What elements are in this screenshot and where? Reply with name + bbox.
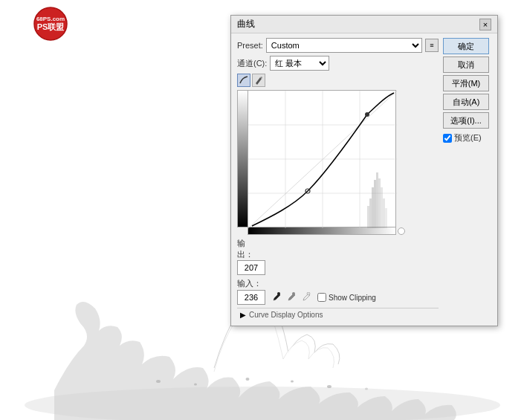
dialog-body: Preset: Custom ≡ 通道(C): 红 最本 <box>231 33 497 326</box>
expand-circle[interactable] <box>398 227 405 235</box>
dialog-right-panel: 确定 取消 平滑(M) 自动(A) 选项(I)... 预览(E) <box>443 38 491 321</box>
eyedropper-row <box>270 291 313 304</box>
svg-point-27 <box>365 112 369 117</box>
svg-point-7 <box>291 381 294 383</box>
preset-row: Preset: Custom ≡ <box>237 38 439 53</box>
input-value-input[interactable] <box>237 290 265 305</box>
input-controls-row: Show Clipping <box>237 290 439 305</box>
logo-icon: 68PS.com PS联盟 <box>33 6 68 42</box>
expand-circle-area <box>396 227 407 235</box>
svg-rect-18 <box>369 198 372 228</box>
curve-options-toggle[interactable]: ▶ <box>240 311 246 319</box>
logo-area: 68PS.com PS联盟 <box>6 6 95 47</box>
tools-row <box>237 74 439 87</box>
cancel-button[interactable]: 取消 <box>443 56 489 73</box>
curve-options-row: ▶ Curve Display Options <box>237 308 439 321</box>
channel-row: 通道(C): 红 最本 <box>237 56 439 71</box>
auto-button[interactable]: 自动(A) <box>443 94 489 110</box>
output-row: 输出： <box>237 238 439 260</box>
svg-point-8 <box>327 385 331 388</box>
preview-checkbox[interactable] <box>443 134 452 143</box>
curve-area <box>237 90 439 227</box>
preset-settings-button[interactable]: ≡ <box>425 39 439 52</box>
output-value-row <box>237 260 439 277</box>
svg-rect-21 <box>376 172 378 228</box>
black-eyedropper-button[interactable] <box>270 291 283 304</box>
curve-canvas-container[interactable] <box>248 90 396 227</box>
output-value-input[interactable] <box>237 260 265 275</box>
svg-point-5 <box>194 384 197 386</box>
svg-rect-20 <box>374 180 376 228</box>
bottom-gradient-area <box>248 227 439 235</box>
output-label: 输出： <box>237 238 261 260</box>
svg-point-29 <box>292 292 295 295</box>
dialog-left-panel: Preset: Custom ≡ 通道(C): 红 最本 <box>237 38 439 321</box>
curves-dialog: 曲线 × Preset: Custom ≡ 通道(C): 红 最本 <box>230 15 498 326</box>
svg-rect-25 <box>385 208 387 228</box>
svg-point-6 <box>245 378 249 381</box>
input-section: 输入： <box>237 278 439 305</box>
preview-checkbox-row: 预览(E) <box>443 132 491 143</box>
svg-text:68PS.com: 68PS.com <box>36 16 65 22</box>
svg-rect-24 <box>383 198 385 228</box>
preset-select[interactable]: Custom <box>266 38 422 53</box>
pencil-tool-button[interactable] <box>252 74 265 87</box>
svg-point-28 <box>277 292 280 295</box>
options-button[interactable]: 选项(I)... <box>443 112 489 129</box>
close-button[interactable]: × <box>479 19 491 30</box>
svg-rect-22 <box>378 178 381 228</box>
svg-rect-23 <box>381 187 383 228</box>
show-clipping-checkbox[interactable] <box>317 293 326 302</box>
curve-options-label: Curve Display Options <box>249 311 323 319</box>
svg-point-9 <box>365 388 368 390</box>
channel-label: 通道(C): <box>237 58 267 69</box>
dialog-title: 曲线 <box>237 18 255 30</box>
show-clipping-label: Show Clipping <box>329 294 376 302</box>
svg-text:PS联盟: PS联盟 <box>37 22 65 31</box>
svg-point-30 <box>307 292 310 295</box>
white-eyedropper-button[interactable] <box>300 291 313 304</box>
svg-point-4 <box>156 380 161 383</box>
left-gradient-bar <box>237 90 248 227</box>
bottom-gradient-bar <box>248 227 396 235</box>
gray-eyedropper-button[interactable] <box>285 291 298 304</box>
ok-button[interactable]: 确定 <box>443 38 489 54</box>
dialog-titlebar: 曲线 × <box>231 16 497 33</box>
curve-tool-button[interactable] <box>237 74 250 87</box>
curve-svg <box>248 91 397 228</box>
channel-select[interactable]: 红 最本 <box>270 56 329 71</box>
input-label: 输入： <box>237 278 439 289</box>
smooth-button[interactable]: 平滑(M) <box>443 75 489 91</box>
preview-label: 预览(E) <box>454 132 482 143</box>
svg-rect-17 <box>367 206 369 228</box>
show-clipping-option: Show Clipping <box>317 293 376 302</box>
preset-label: Preset: <box>237 41 263 50</box>
svg-rect-19 <box>372 187 374 228</box>
